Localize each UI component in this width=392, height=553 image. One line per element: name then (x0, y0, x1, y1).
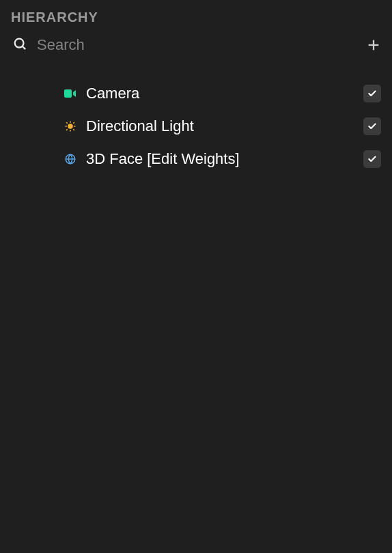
svg-line-13 (73, 122, 74, 124)
globe-icon (64, 153, 76, 165)
visibility-checkbox[interactable] (363, 150, 381, 168)
svg-rect-4 (64, 89, 72, 98)
camera-icon (64, 87, 76, 100)
tree-item-directional-light[interactable]: Directional Light (11, 110, 381, 143)
search-icon (12, 36, 27, 54)
tree-item-label: Directional Light (86, 117, 354, 135)
search-row (0, 32, 392, 63)
svg-line-1 (23, 46, 25, 49)
svg-point-0 (15, 39, 24, 48)
light-icon (64, 120, 76, 132)
svg-point-5 (68, 124, 72, 128)
visibility-checkbox[interactable] (363, 117, 381, 135)
svg-line-8 (66, 122, 68, 124)
tree-item-label: 3D Face [Edit Weights] (86, 150, 354, 168)
tree-item-3d-face[interactable]: 3D Face [Edit Weights] (11, 143, 381, 175)
search-input[interactable] (37, 36, 356, 54)
visibility-checkbox[interactable] (363, 85, 381, 102)
tree-item-label: Camera (86, 85, 354, 102)
add-button[interactable] (366, 38, 381, 53)
svg-line-9 (73, 129, 74, 130)
tree-item-camera[interactable]: Camera (11, 77, 381, 110)
panel-title: HIERARCHY (0, 0, 392, 32)
hierarchy-tree: Camera Directional Light (0, 63, 392, 175)
svg-line-12 (66, 129, 68, 130)
